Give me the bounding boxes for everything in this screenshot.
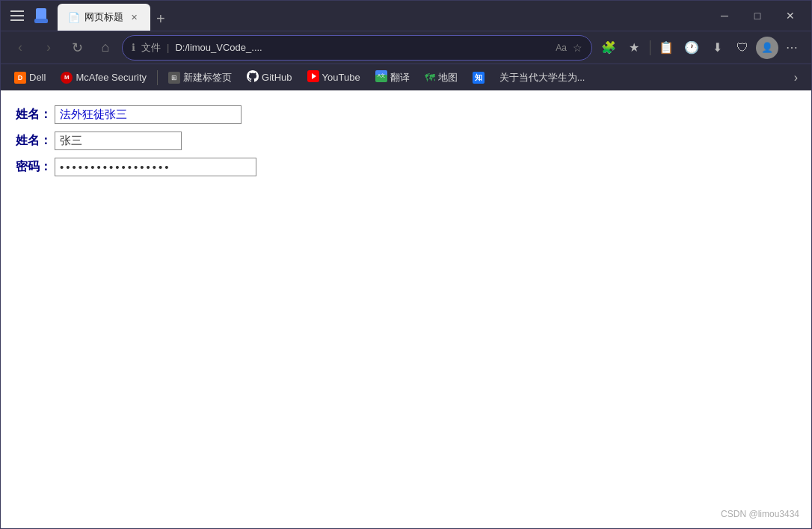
browser-window: 📄 网页标题 ✕ + ─ □ ✕ ‹ › ↻ ⌂ ℹ 文件 | D:/limou… bbox=[0, 0, 812, 529]
nav-right-icons: 🧩 ★ 📋 🕐 ⬇ 🛡 👤 ⋯ bbox=[597, 36, 804, 60]
input-name-1[interactable] bbox=[55, 105, 242, 124]
svg-rect-1 bbox=[10, 15, 24, 16]
bookmark-dell-label: Dell bbox=[29, 72, 46, 83]
avatar-image: 👤 bbox=[761, 42, 773, 53]
input-name-2[interactable] bbox=[55, 132, 182, 150]
newtab-icon: ⊞ bbox=[168, 72, 180, 84]
svg-text:A文: A文 bbox=[378, 72, 385, 78]
label-password: 密码： bbox=[16, 159, 52, 175]
favorites-button[interactable]: ★ bbox=[622, 36, 646, 60]
address-prefix: 文件 bbox=[141, 41, 161, 55]
titlebar-left-icons bbox=[7, 5, 52, 26]
youtube-icon bbox=[307, 70, 319, 85]
bookmark-separator-1 bbox=[157, 70, 158, 85]
bookmark-map[interactable]: 🗺 地图 bbox=[419, 68, 464, 87]
bookmark-translate-label: 翻译 bbox=[390, 71, 410, 84]
label-name-1: 姓名： bbox=[16, 107, 52, 123]
bookmark-github-label: GitHub bbox=[262, 72, 292, 83]
translate-icon: A文 bbox=[375, 70, 387, 85]
map-icon: 🗺 bbox=[425, 72, 435, 84]
nav-divider bbox=[650, 40, 650, 55]
profile-avatar[interactable]: 👤 bbox=[756, 37, 778, 59]
bookmark-newtab-label: 新建标签页 bbox=[183, 71, 232, 84]
info-icon: ℹ bbox=[132, 42, 135, 53]
form-row-3: 密码： bbox=[16, 158, 796, 176]
window-controls: ─ □ ✕ bbox=[710, 4, 805, 28]
tab-container: 📄 网页标题 ✕ + bbox=[58, 1, 704, 31]
profile-icon[interactable] bbox=[31, 5, 52, 26]
address-bar[interactable]: ℹ 文件 | D:/limou_VCode_.... Aa ☆ bbox=[122, 35, 592, 61]
back-button[interactable]: ‹ bbox=[8, 36, 32, 60]
mcafee-icon: M bbox=[61, 72, 73, 84]
label-name-2: 姓名： bbox=[16, 133, 52, 149]
downloads-button[interactable]: ⬇ bbox=[705, 36, 729, 60]
svg-rect-3 bbox=[36, 8, 46, 20]
bookmark-newtab[interactable]: ⊞ 新建标签页 bbox=[162, 68, 238, 87]
bookmarks-bar: D Dell M McAfee Security ⊞ 新建标签页 GitHub … bbox=[1, 64, 811, 90]
page-content: 姓名： 姓名： 密码： CSDN @limou3434 bbox=[1, 90, 811, 528]
minimize-button[interactable]: ─ bbox=[710, 4, 739, 28]
close-button[interactable]: ✕ bbox=[775, 4, 805, 28]
bookmark-article[interactable]: 关于当代大学生为... bbox=[493, 68, 591, 87]
bookmark-mcafee-label: McAfee Security bbox=[76, 72, 147, 83]
watermark-text: CSDN @limou3434 bbox=[721, 509, 799, 519]
bookmark-youtube-label: YouTube bbox=[322, 72, 360, 83]
more-tools-button[interactable]: ⋯ bbox=[780, 36, 804, 60]
address-text: D:/limou_VCode_.... bbox=[175, 42, 547, 53]
favorites-star-icon[interactable]: ☆ bbox=[573, 42, 582, 54]
bookmark-translate[interactable]: A文 翻译 bbox=[369, 67, 416, 88]
new-tab-button[interactable]: + bbox=[150, 7, 171, 31]
input-password[interactable] bbox=[55, 158, 256, 176]
home-button[interactable]: ⌂ bbox=[93, 36, 117, 60]
zhi-icon: 知 bbox=[473, 72, 485, 84]
address-separator: | bbox=[167, 42, 169, 53]
navbar: ‹ › ↻ ⌂ ℹ 文件 | D:/limou_VCode_.... Aa ☆ … bbox=[1, 31, 811, 64]
svg-rect-4 bbox=[34, 19, 48, 23]
browser-essentials-button[interactable]: 🛡 bbox=[731, 36, 754, 60]
github-icon bbox=[247, 70, 259, 85]
tab-page-icon: 📄 bbox=[68, 12, 80, 23]
restore-button[interactable]: □ bbox=[742, 4, 772, 28]
titlebar: 📄 网页标题 ✕ + ─ □ ✕ bbox=[1, 1, 811, 31]
active-tab[interactable]: 📄 网页标题 ✕ bbox=[58, 4, 150, 31]
bookmark-map-label: 地图 bbox=[438, 71, 458, 84]
refresh-button[interactable]: ↻ bbox=[65, 36, 89, 60]
bookmarks-more-button[interactable]: › bbox=[788, 68, 804, 87]
collections-button[interactable]: 📋 bbox=[654, 36, 678, 60]
svg-rect-0 bbox=[10, 10, 24, 12]
reader-mode-icon[interactable]: Aa bbox=[556, 43, 567, 53]
bookmark-github[interactable]: GitHub bbox=[241, 67, 298, 88]
dell-icon: D bbox=[14, 72, 26, 84]
extensions-button[interactable]: 🧩 bbox=[597, 36, 621, 60]
forward-button[interactable]: › bbox=[37, 36, 61, 60]
sidebar-toggle-icon[interactable] bbox=[7, 5, 28, 26]
form-row-1: 姓名： bbox=[16, 105, 796, 124]
tab-close-btn[interactable]: ✕ bbox=[128, 11, 140, 23]
bookmark-youtube[interactable]: YouTube bbox=[301, 67, 366, 88]
history-button[interactable]: 🕐 bbox=[680, 36, 704, 60]
bookmark-mcafee[interactable]: M McAfee Security bbox=[55, 69, 153, 87]
tab-label: 网页标题 bbox=[84, 10, 123, 24]
bookmark-zhi[interactable]: 知 bbox=[467, 69, 490, 87]
bookmark-article-label: 关于当代大学生为... bbox=[499, 71, 585, 84]
bookmark-dell[interactable]: D Dell bbox=[8, 69, 52, 87]
form-row-2: 姓名： bbox=[16, 132, 796, 150]
svg-rect-2 bbox=[10, 19, 24, 21]
